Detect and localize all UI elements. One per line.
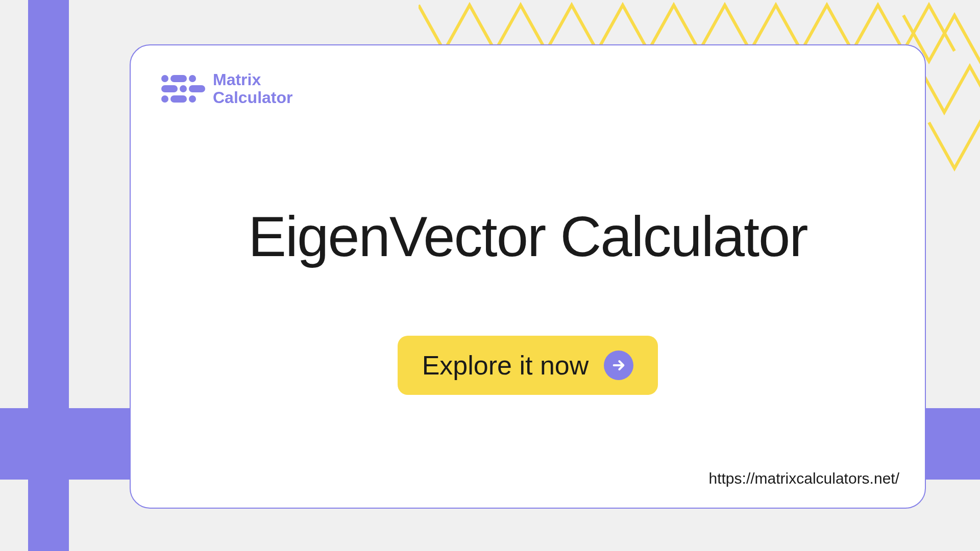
url-text: https://matrixcalculators.net/ (709, 470, 899, 487)
logo-line1: Matrix (213, 71, 292, 89)
cta-label: Explore it now (422, 350, 589, 381)
explore-button[interactable]: Explore it now (398, 336, 658, 395)
logo-line2: Calculator (213, 89, 292, 107)
arrow-circle-icon (604, 350, 633, 380)
logo: Matrix Calculator (161, 71, 894, 107)
logo-text: Matrix Calculator (213, 71, 292, 107)
logo-icon (161, 75, 205, 103)
main-card: Matrix Calculator EigenVector Calculator… (130, 44, 926, 509)
page-title: EigenVector Calculator (161, 204, 894, 269)
